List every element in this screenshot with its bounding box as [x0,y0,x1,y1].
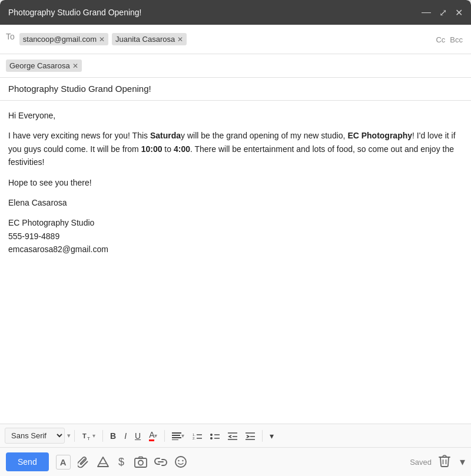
trash-icon [439,454,450,467]
bold-button[interactable]: B [107,429,120,443]
cc-bcc-area: Cc Bcc [436,35,463,44]
discard-button[interactable] [439,454,450,470]
svg-point-26 [175,457,186,467]
to-section-row2: George Casarosa ✕ [0,54,471,78]
body-paragraph-2: Hope to see you there! [8,176,463,189]
subject-text: Photography Studio Grand Opening! [8,84,151,94]
body-section[interactable]: Hi Everyone, I have very exciting news f… [0,101,471,424]
numbered-list-button[interactable]: 1. 2. [189,429,205,442]
insert-photo-button[interactable] [134,456,147,468]
bullet-list-button[interactable] [207,429,223,442]
toolbar-sep-3 [164,430,165,442]
camera-icon [134,456,147,468]
chip-remove-2[interactable]: ✕ [177,36,183,43]
link-icon [154,457,167,467]
underline-button[interactable]: U [131,429,144,443]
recipients-area: stancoop@gmail.com ✕ Juanita Casarosa ✕ [19,33,465,45]
chip-remove-3[interactable]: ✕ [72,62,78,70]
bold-ec-photography: EC Photography [347,131,412,140]
recipient-chip-3[interactable]: George Casarosa ✕ [6,60,82,72]
chip-label-3: George Casarosa [9,61,70,70]
more-options-button[interactable]: ▾ [460,455,465,468]
italic-icon: I [124,431,127,441]
emoji-icon [174,455,187,468]
svg-text:T: T [87,436,90,441]
format-text-icon: A [60,457,67,467]
svg-point-28 [182,460,183,461]
send-button[interactable]: Send [6,452,49,471]
align-arrow: ▾ [181,432,184,439]
svg-point-12 [210,437,213,439]
svg-text:T: T [82,432,87,439]
more-formatting-icon: ▾ [270,431,274,441]
to-label: To [6,29,15,41]
recipients-area-2: George Casarosa ✕ [6,60,465,72]
close-button[interactable]: ✕ [455,7,463,18]
bottom-bar: Send A $ [0,447,471,476]
insert-link-button[interactable] [154,457,167,467]
chip-label-1: stancoop@gmail.com [23,35,97,44]
google-drive-button[interactable] [97,456,110,468]
insert-emoji-button[interactable] [174,455,187,468]
indent-less-button[interactable] [224,429,241,442]
font-color-icon: A [149,431,154,441]
chip-label-2: Juanita Casarosa [115,35,175,44]
bold-saturday: Saturda [150,131,181,140]
signature-studio: EC Photography Studio [8,216,463,229]
underline-icon: U [135,431,141,441]
title-bar: Photography Studio Grand Opening! — ⤢ ✕ [0,0,471,25]
signature-name: Elena Casarosa [8,196,463,209]
numbered-list-icon: 1. 2. [193,432,202,440]
window-title: Photography Studio Grand Opening! [8,8,142,17]
paperclip-icon [78,455,89,468]
italic-button[interactable]: I [121,429,130,443]
signature-phone: 555-919-4889 [8,230,463,243]
font-size-icon: T T [82,431,92,441]
attach-button[interactable] [78,455,89,468]
drive-icon [97,456,110,468]
align-button[interactable]: ▾ [168,429,188,442]
saved-indicator: Saved [410,458,432,467]
bold-time-end: 4:00 [174,144,190,154]
bold-icon: B [110,431,116,441]
svg-point-27 [178,460,179,461]
font-size-button[interactable]: T T ▾ [78,428,99,444]
bold-time-start: 10:00 [141,144,162,154]
font-family-select[interactable]: Sans Serif Serif Monospace [5,428,65,444]
bcc-button[interactable]: Bcc [450,35,463,44]
recipient-chip-2[interactable]: Juanita Casarosa ✕ [112,33,187,45]
svg-text:2.: 2. [193,437,195,440]
signature-block: EC Photography Studio 555-919-4889 emcas… [8,216,463,256]
indent-more-icon [246,432,255,440]
insert-money-button[interactable]: $ [117,455,127,468]
svg-point-24 [138,461,143,465]
svg-text:$: $ [118,456,124,468]
recipient-chip-1[interactable]: stancoop@gmail.com ✕ [19,33,108,45]
more-formatting-button[interactable]: ▾ [266,429,277,443]
compose-window: Photography Studio Grand Opening! — ⤢ ✕ … [0,0,471,476]
cc-button[interactable]: Cc [436,35,445,44]
dollar-icon: $ [117,455,127,468]
body-paragraph-1: I have very exciting news for you! This … [8,129,463,168]
svg-marker-20 [98,457,108,467]
svg-point-10 [210,434,213,436]
bullet-list-icon [210,432,220,440]
font-size-arrow: ▾ [92,432,95,439]
chip-remove-1[interactable]: ✕ [99,36,105,43]
greeting: Hi Everyone, [8,109,463,122]
window-controls: — ⤢ ✕ [422,7,463,18]
font-color-button[interactable]: A ▾ [145,428,161,444]
font-family-arrow: ▾ [67,432,71,439]
indent-more-button[interactable] [242,429,258,442]
signature-email: emcasarosa82@gmail.com [8,243,463,256]
indent-less-icon [228,432,237,440]
toolbar-sep-1 [74,430,75,442]
more-options-icon: ▾ [460,456,465,468]
format-text-button[interactable]: A [56,455,71,470]
minimize-button[interactable]: — [422,7,431,18]
font-color-arrow: ▾ [154,432,157,439]
to-section-row1: To stancoop@gmail.com ✕ Juanita Casarosa… [0,25,471,54]
maximize-button[interactable]: ⤢ [439,7,447,18]
subject-section[interactable]: Photography Studio Grand Opening! [0,78,471,101]
toolbar-sep-4 [262,430,263,442]
